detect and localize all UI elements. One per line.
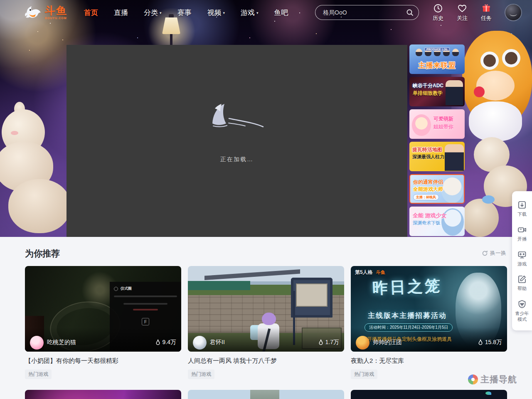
plush-dolls-illustration [0,102,73,239]
chevron-down-icon: ▾ [223,11,225,15]
recommend-section: 为你推荐 换一换 仪式圈 F [0,237,532,399]
refresh-icon [482,250,488,256]
stream-thumbnail[interactable] [25,390,181,399]
hot-flame-icon [318,339,324,346]
shark-mascot-icon [24,4,42,21]
stream-thumbnail[interactable]: 探索 任务 活动 美品 材料 星蝶 [351,390,507,399]
banner-cute-newbie[interactable]: 可爱萌新 姐姐带你 [409,109,465,139]
main-nav: 首页 直播 分类▾ 赛事 视频▾ 游戏▾ 鱼吧 [84,8,288,17]
banner-adc-teaching[interactable]: 峡谷千分ADC 单排细致教学 [409,77,465,106]
leaf-icon [485,392,491,395]
stream-title: 人间总有一两风 填我十万八千梦 [188,357,344,365]
viewer-count: 15.8万 [478,339,502,346]
pinwheel-fish-icon [468,374,478,384]
search-box [315,5,419,20]
top-navbar: 斗鱼 DOUYU.COM 首页 直播 分类▾ 赛事 视频▾ 游戏▾ 鱼吧 [0,0,532,25]
nav-item-yuba[interactable]: 鱼吧 [274,8,288,17]
nav-item-games[interactable]: 游戏▾ [241,8,259,17]
game-center-button[interactable]: 游戏 [512,246,532,271]
category-tag[interactable]: 热门游戏 [351,369,377,379]
thumbnail-footer-overlay: 帅帅的汪团 15.8万 [351,328,507,352]
stream-card[interactable]: 君怀II 1.7万 人间总有一两风 填我十万八千梦 热门游戏 [188,266,344,379]
stream-card[interactable]: 仪式圈 F 吃桃芝的猫 9.4万 [25,266,181,379]
second-card-row: 探索 任务 活动 美品 材料 星蝶 [25,390,507,399]
game-monitor-icon [517,250,527,260]
nav-item-video[interactable]: 视频▾ [207,8,225,17]
douyu-logo[interactable]: 斗鱼 DOUYU.COM [24,4,67,21]
nav-item-home[interactable]: 首页 [84,8,98,17]
tasks-button[interactable]: 任务 [476,3,496,22]
loading-text: 正在加载… [220,156,254,163]
help-button[interactable]: 帮助 [512,271,532,296]
streamer-name-pill: 主播：林晚风 [413,194,439,200]
stream-thumbnail[interactable]: 君怀II 1.7万 [188,266,344,352]
streamer-name: 君怀II [210,339,318,346]
chevron-down-icon: ▾ [160,11,162,15]
stream-thumbnail[interactable]: 仪式圈 F 吃桃芝的猫 9.4万 [25,266,181,352]
go-live-button[interactable]: 开播 [512,221,532,246]
shield-sprout-icon [517,299,527,309]
chevron-down-icon: ▾ [256,11,259,15]
watermark: 主播导航 [468,374,517,385]
banner-teyvat-map[interactable]: 提瓦特活地图 深渊最强人柱力 [409,142,465,171]
viewer-count: 1.7万 [318,339,339,346]
hot-flame-icon [478,339,483,346]
nav-item-esports[interactable]: 赛事 [177,8,192,17]
streamer-avatar[interactable] [356,336,369,350]
streamer-name: 吃桃芝的猫 [47,339,155,346]
follow-button[interactable]: 关注 [452,3,472,22]
streamer-avatar[interactable] [193,336,207,350]
nav-item-live[interactable]: 直播 [114,8,128,17]
shark-fin-loader-icon [206,102,268,130]
stream-title: 夜勤人2：无尽宝库 [351,357,507,365]
nav-item-categories[interactable]: 分类▾ [144,8,162,17]
douyu-mini-logo: 斗鱼 [376,269,385,276]
produce-lol-badge: PRODUCE LOL [424,47,450,51]
category-tag[interactable]: 热门游戏 [25,369,52,379]
anime-girl-thumb [412,114,431,136]
side-banner-list: PRODUCE LOL 主播来联盟 峡谷千分ADC 单排细致教学 可爱萌新 姐姐… [409,44,465,237]
logo-sub-text: DOUYU.COM [45,17,67,20]
heart-icon [457,3,467,13]
right-utility-rail: 下载 开播 游戏 帮助 [512,191,532,330]
viewer-count: 9.4万 [155,339,176,346]
video-player[interactable]: 正在加载… [66,45,407,237]
identity-v-logo: 第5人格 [355,269,373,276]
event-title: 昨日之笼 [353,275,462,299]
camera-icon [517,225,527,235]
streamer-name: 帅帅的汪团 [373,339,478,346]
category-tag[interactable]: 热门游戏 [188,369,214,379]
streamer-avatar[interactable] [30,336,44,350]
hot-flame-icon [155,339,161,346]
recommend-card-grid: 仪式圈 F 吃桃芝的猫 9.4万 [25,266,507,379]
stream-card[interactable]: 第5人格 斗鱼 昨日之笼 主线版本主播招募活动 活动时间：2025年11月24日… [351,266,507,379]
stream-title: 【小奶团】有你的每一天都很精彩 [25,357,181,365]
thumbnail-footer-overlay: 吃桃芝的猫 9.4万 [25,328,181,352]
history-button[interactable]: 历史 [428,3,448,22]
download-icon [517,200,527,210]
douyu-homepage: 斗鱼 DOUYU.COM 首页 直播 分类▾ 赛事 视频▾ 游戏▾ 鱼吧 [0,0,532,399]
edit-pencil-icon [517,274,527,284]
banner-anchor-league[interactable]: PRODUCE LOL 主播来联盟 [409,44,465,74]
user-avatar[interactable] [505,5,521,20]
stream-thumbnail[interactable]: 第5人格 斗鱼 昨日之笼 主线版本主播招募活动 活动时间：2025年11月24日… [351,266,507,352]
refresh-button[interactable]: 换一换 [482,249,506,257]
thumbnail-footer-overlay: 君怀II 1.7万 [188,328,344,352]
clock-icon [433,3,443,13]
watermark-text: 主播导航 [480,374,517,385]
banner-game-girl[interactable]: 全能 游戏少女 深渊奇术下饭 [409,207,465,236]
stream-thumbnail[interactable] [188,390,344,399]
banner-overnight-companion-highlighted[interactable]: 你的通宵伴侣 全能游戏大师 主播：林晚风 [409,174,465,204]
gift-icon [481,3,491,13]
logo-wordmark: 斗鱼 [45,5,67,16]
teen-mode-button[interactable]: 青少年模式 [512,296,532,326]
search-input[interactable] [315,5,419,20]
bus-stop-art [291,278,332,318]
section-title: 为你推荐 [25,248,60,259]
header-actions: 历史 关注 [428,3,521,22]
event-subtitle: 主线版本主播招募活动 [353,311,461,320]
download-button[interactable]: 下载 [512,196,532,221]
search-icon[interactable] [406,8,414,17]
